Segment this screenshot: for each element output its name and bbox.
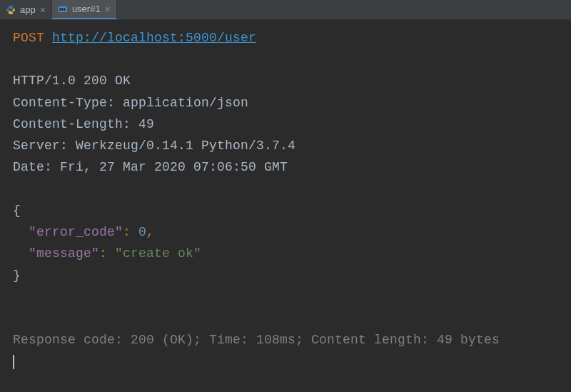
svg-rect-3 xyxy=(64,8,65,11)
tab-bar: app × user#1 × xyxy=(0,0,571,20)
python-icon xyxy=(6,5,16,15)
json-key: "error_code" xyxy=(29,225,123,239)
tab-app[interactable]: app × xyxy=(0,0,52,19)
svg-rect-2 xyxy=(61,8,63,11)
json-key: "message" xyxy=(29,246,99,261)
header-server: Server: Werkzeug/0.14.1 Python/3.7.4 xyxy=(13,139,295,153)
status-line: HTTP/1.0 200 OK xyxy=(13,74,131,88)
json-string: "create ok" xyxy=(115,246,201,261)
text-cursor xyxy=(13,355,14,369)
json-open-brace: { xyxy=(13,203,21,218)
response-summary: Response code: 200 (OK); Time: 108ms; Co… xyxy=(13,333,500,347)
tab-label: app xyxy=(20,4,36,15)
close-icon[interactable]: × xyxy=(40,5,46,15)
header-content-type: Content-Type: application/json xyxy=(13,96,248,110)
colon: : xyxy=(99,246,107,261)
http-icon xyxy=(58,4,68,14)
tab-label: user#1 xyxy=(72,4,101,14)
header-content-length: Content-Length: 49 xyxy=(13,117,154,131)
tab-user[interactable]: user#1 × xyxy=(52,0,117,19)
json-close-brace: } xyxy=(13,268,21,283)
close-icon[interactable]: × xyxy=(105,4,111,14)
comma: , xyxy=(146,225,154,239)
json-number: 0 xyxy=(138,225,146,239)
header-date: Date: Fri, 27 Mar 2020 07:06:50 GMT xyxy=(13,160,288,174)
svg-rect-1 xyxy=(59,8,61,11)
request-method: POST xyxy=(13,31,44,45)
editor-content[interactable]: POST http://localhost:5000/user HTTP/1.0… xyxy=(0,20,571,380)
colon: : xyxy=(123,225,131,239)
request-url[interactable]: http://localhost:5000/user xyxy=(52,31,256,45)
